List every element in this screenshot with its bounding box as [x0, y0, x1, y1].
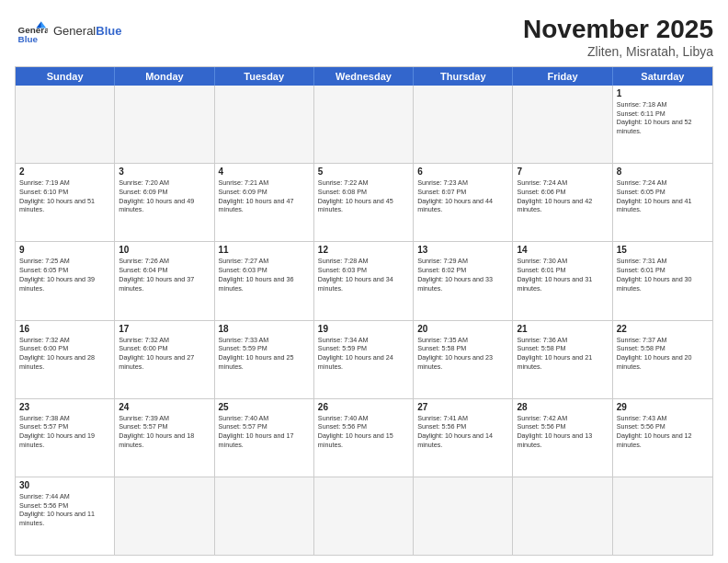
day-cell-11: 11Sunrise: 7:27 AMSunset: 6:03 PMDayligh…: [215, 242, 314, 319]
day-cell-15: 15Sunrise: 7:31 AMSunset: 6:01 PMDayligh…: [613, 242, 712, 319]
day-info: Sunrise: 7:29 AMSunset: 6:02 PMDaylight:…: [417, 257, 508, 293]
empty-cell: [314, 86, 414, 163]
day-number: 13: [417, 245, 508, 255]
day-cell-20: 20Sunrise: 7:35 AMSunset: 5:58 PMDayligh…: [414, 321, 513, 398]
day-info: Sunrise: 7:36 AMSunset: 5:58 PMDaylight:…: [517, 336, 608, 372]
day-number: 26: [318, 402, 409, 412]
day-info: Sunrise: 7:31 AMSunset: 6:01 PMDaylight:…: [617, 257, 709, 293]
day-cell-19: 19Sunrise: 7:34 AMSunset: 5:59 PMDayligh…: [314, 321, 414, 398]
empty-cell: [16, 86, 115, 163]
day-cell-9: 9Sunrise: 7:25 AMSunset: 6:05 PMDaylight…: [16, 242, 115, 319]
day-number: 19: [318, 324, 409, 334]
day-number: 4: [219, 167, 310, 177]
day-cell-16: 16Sunrise: 7:32 AMSunset: 6:00 PMDayligh…: [16, 321, 115, 398]
day-number: 18: [219, 324, 310, 334]
day-cell-14: 14Sunrise: 7:30 AMSunset: 6:01 PMDayligh…: [513, 242, 612, 319]
day-number: 7: [517, 167, 608, 177]
day-number: 16: [19, 324, 110, 334]
day-number: 1: [617, 88, 709, 98]
day-info: Sunrise: 7:25 AMSunset: 6:05 PMDaylight:…: [19, 257, 110, 293]
day-number: 14: [517, 245, 608, 255]
day-cell-17: 17Sunrise: 7:32 AMSunset: 6:00 PMDayligh…: [115, 321, 214, 398]
day-cell-2: 2Sunrise: 7:19 AMSunset: 6:10 PMDaylight…: [16, 164, 115, 241]
calendar-body: 1Sunrise: 7:18 AMSunset: 6:11 PMDaylight…: [16, 86, 712, 555]
day-info: Sunrise: 7:18 AMSunset: 6:11 PMDaylight:…: [617, 100, 709, 136]
day-number: 5: [318, 167, 409, 177]
day-number: 3: [119, 167, 210, 177]
day-cell-3: 3Sunrise: 7:20 AMSunset: 6:09 PMDaylight…: [115, 164, 214, 241]
day-number: 10: [119, 245, 210, 255]
location: Zliten, Misratah, Libya: [523, 44, 713, 59]
day-info: Sunrise: 7:38 AMSunset: 5:57 PMDaylight:…: [19, 414, 110, 450]
header-friday: Friday: [513, 67, 612, 86]
calendar-header: Sunday Monday Tuesday Wednesday Thursday…: [16, 67, 712, 86]
day-cell-18: 18Sunrise: 7:33 AMSunset: 5:59 PMDayligh…: [215, 321, 314, 398]
header-wednesday: Wednesday: [314, 67, 414, 86]
header-tuesday: Tuesday: [215, 67, 314, 86]
day-info: Sunrise: 7:27 AMSunset: 6:03 PMDaylight:…: [219, 257, 310, 293]
day-number: 20: [417, 324, 508, 334]
title-block: November 2025 Zliten, Misratah, Libya: [523, 15, 713, 59]
day-info: Sunrise: 7:39 AMSunset: 5:57 PMDaylight:…: [119, 414, 210, 450]
day-cell-22: 22Sunrise: 7:37 AMSunset: 5:58 PMDayligh…: [613, 321, 712, 398]
day-info: Sunrise: 7:35 AMSunset: 5:58 PMDaylight:…: [417, 336, 508, 372]
day-cell-25: 25Sunrise: 7:40 AMSunset: 5:57 PMDayligh…: [215, 399, 314, 477]
header: General Blue GeneralBlue November 2025 Z…: [15, 15, 713, 59]
day-number: 23: [19, 402, 110, 412]
day-info: Sunrise: 7:24 AMSunset: 6:05 PMDaylight:…: [617, 178, 709, 214]
calendar-row-1: 2Sunrise: 7:19 AMSunset: 6:10 PMDaylight…: [16, 163, 712, 241]
calendar-row-2: 9Sunrise: 7:25 AMSunset: 6:05 PMDaylight…: [16, 241, 712, 319]
day-info: Sunrise: 7:21 AMSunset: 6:09 PMDaylight:…: [219, 178, 310, 214]
day-number: 8: [617, 167, 709, 177]
empty-cell: [115, 477, 214, 555]
day-number: 30: [19, 480, 110, 490]
svg-text:Blue: Blue: [18, 34, 39, 44]
day-number: 29: [617, 402, 709, 412]
day-info: Sunrise: 7:30 AMSunset: 6:01 PMDaylight:…: [517, 257, 608, 293]
day-cell-28: 28Sunrise: 7:42 AMSunset: 5:56 PMDayligh…: [513, 399, 612, 477]
day-info: Sunrise: 7:23 AMSunset: 6:07 PMDaylight:…: [417, 178, 508, 214]
logo-text: GeneralBlue: [53, 24, 121, 39]
header-monday: Monday: [115, 67, 214, 86]
day-info: Sunrise: 7:43 AMSunset: 5:56 PMDaylight:…: [617, 414, 709, 450]
day-number: 21: [517, 324, 608, 334]
day-number: 2: [19, 167, 110, 177]
day-number: 17: [119, 324, 210, 334]
day-cell-21: 21Sunrise: 7:36 AMSunset: 5:58 PMDayligh…: [513, 321, 612, 398]
day-cell-13: 13Sunrise: 7:29 AMSunset: 6:02 PMDayligh…: [414, 242, 513, 319]
month-title: November 2025: [523, 15, 713, 44]
day-cell-6: 6Sunrise: 7:23 AMSunset: 6:07 PMDaylight…: [414, 164, 513, 241]
day-info: Sunrise: 7:40 AMSunset: 5:56 PMDaylight:…: [318, 414, 409, 450]
calendar-row-3: 16Sunrise: 7:32 AMSunset: 6:00 PMDayligh…: [16, 320, 712, 398]
day-cell-4: 4Sunrise: 7:21 AMSunset: 6:09 PMDaylight…: [215, 164, 314, 241]
page: General Blue GeneralBlue November 2025 Z…: [0, 0, 728, 563]
empty-cell: [414, 86, 513, 163]
empty-cell: [115, 86, 214, 163]
day-info: Sunrise: 7:41 AMSunset: 5:56 PMDaylight:…: [417, 414, 508, 450]
day-info: Sunrise: 7:32 AMSunset: 6:00 PMDaylight:…: [119, 336, 210, 372]
day-info: Sunrise: 7:42 AMSunset: 5:56 PMDaylight:…: [517, 414, 608, 450]
logo-icon: General Blue: [15, 15, 48, 48]
day-info: Sunrise: 7:32 AMSunset: 6:00 PMDaylight:…: [19, 336, 110, 372]
day-cell-5: 5Sunrise: 7:22 AMSunset: 6:08 PMDaylight…: [314, 164, 414, 241]
day-number: 15: [617, 245, 709, 255]
day-number: 12: [318, 245, 409, 255]
day-info: Sunrise: 7:26 AMSunset: 6:04 PMDaylight:…: [119, 257, 210, 293]
day-cell-26: 26Sunrise: 7:40 AMSunset: 5:56 PMDayligh…: [314, 399, 414, 477]
day-cell-7: 7Sunrise: 7:24 AMSunset: 6:06 PMDaylight…: [513, 164, 612, 241]
day-number: 11: [219, 245, 310, 255]
day-info: Sunrise: 7:37 AMSunset: 5:58 PMDaylight:…: [617, 336, 709, 372]
empty-cell: [613, 477, 712, 555]
calendar-row-5: 30Sunrise: 7:44 AMSunset: 5:56 PMDayligh…: [16, 477, 712, 555]
day-info: Sunrise: 7:44 AMSunset: 5:56 PMDaylight:…: [19, 492, 110, 528]
calendar: Sunday Monday Tuesday Wednesday Thursday…: [15, 66, 713, 556]
header-saturday: Saturday: [613, 67, 712, 86]
day-number: 28: [517, 402, 608, 412]
day-info: Sunrise: 7:33 AMSunset: 5:59 PMDaylight:…: [219, 336, 310, 372]
day-cell-1: 1Sunrise: 7:18 AMSunset: 6:11 PMDaylight…: [613, 86, 712, 163]
day-number: 27: [417, 402, 508, 412]
day-number: 9: [19, 245, 110, 255]
day-cell-10: 10Sunrise: 7:26 AMSunset: 6:04 PMDayligh…: [115, 242, 214, 319]
day-cell-30: 30Sunrise: 7:44 AMSunset: 5:56 PMDayligh…: [16, 477, 115, 555]
header-sunday: Sunday: [16, 67, 115, 86]
